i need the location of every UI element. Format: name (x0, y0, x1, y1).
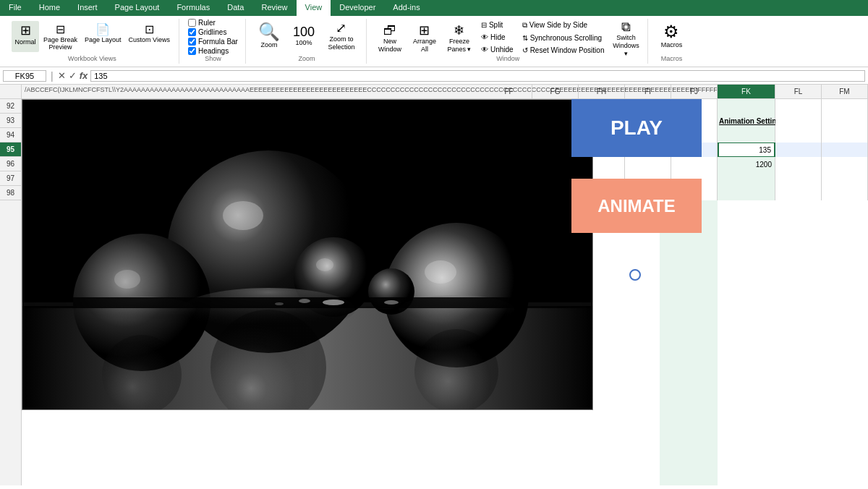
view-side-by-side-icon: ⧉ (522, 21, 527, 30)
cell-97-FK[interactable] (718, 171, 775, 186)
cell-94-FK[interactable] (718, 128, 775, 143)
gridlines-checkbox-input[interactable] (188, 28, 196, 36)
page-layout-view-btn[interactable]: 📄 Page Layout (82, 21, 124, 52)
zoom-to-selection-button[interactable]: ⤢ Zoom to Selection (323, 20, 360, 53)
formula-divider: | (51, 70, 54, 82)
row-num-98[interactable]: 98 (0, 186, 21, 200)
unhide-button[interactable]: 👁 Unhide (478, 44, 516, 55)
split-button[interactable]: ⊟ Split (478, 20, 516, 30)
normal-label: Normal (14, 38, 35, 46)
synchronous-scrolling-button[interactable]: ⇅ Synchronous Scrolling (519, 33, 608, 43)
zoom-100-icon: 100 (293, 25, 315, 38)
cell-93-FK[interactable]: Animation Settings (718, 114, 775, 128)
tab-addins[interactable]: Add-ins (384, 0, 428, 16)
col-header-FI[interactable]: FI (625, 85, 671, 98)
formula-input[interactable] (90, 70, 865, 82)
normal-view-btn[interactable]: ⊞ Normal (12, 21, 39, 52)
workbook-views-label: Workbook Views (68, 55, 116, 62)
formula-bar-checkbox[interactable]: Formula Bar (188, 38, 238, 46)
row-num-94[interactable]: 94 (0, 128, 21, 143)
insert-function-icon[interactable]: fx (80, 70, 88, 81)
view-side-by-side-button[interactable]: ⧉ View Side by Side (519, 20, 608, 31)
zoom-icon: 🔍 (258, 23, 280, 41)
cell-96-FK[interactable]: 1200 (718, 157, 775, 171)
tab-insert[interactable]: Insert (69, 0, 106, 16)
headings-checkbox[interactable]: Headings (188, 47, 238, 55)
tab-formulas[interactable]: Formulas (168, 0, 218, 16)
cell-96-FM[interactable] (822, 157, 868, 171)
show-group-label: Show (205, 55, 221, 62)
window-group-label: Window (496, 55, 519, 62)
cell-93-FL[interactable] (775, 114, 822, 128)
play-button[interactable]: PLAY (571, 99, 702, 157)
workbook-views-group: ⊞ Normal ⊟ Page Break Preview 📄 Page Lay… (6, 19, 179, 64)
col-header-FH[interactable]: FH (579, 85, 625, 98)
cell-reference-input[interactable] (3, 70, 46, 82)
cell-92-FK[interactable] (718, 99, 775, 114)
zoom-button[interactable]: 🔍 Zoom (253, 22, 285, 51)
row-num-92[interactable]: 92 (0, 99, 21, 114)
tab-developer[interactable]: Developer (331, 0, 384, 16)
row-num-95[interactable]: 95 (0, 143, 21, 157)
tab-home[interactable]: Home (30, 0, 69, 16)
col-header-FM[interactable]: FM (822, 85, 868, 98)
confirm-formula-icon[interactable]: ✓ (69, 70, 77, 81)
cell-98-FK[interactable] (718, 186, 775, 200)
cell-92-FM[interactable] (822, 99, 868, 114)
cell-94-FL[interactable] (775, 128, 822, 143)
cell-92-FL[interactable] (775, 99, 822, 114)
animate-button[interactable]: ANIMATE (571, 179, 702, 233)
hide-button[interactable]: 👁 Hide (478, 32, 516, 43)
cell-96-FJ[interactable] (671, 157, 718, 171)
macros-icon: ⚙ (663, 23, 679, 41)
page-break-view-btn[interactable]: ⊟ Page Break Preview (41, 21, 80, 52)
cell-93-FM[interactable] (822, 114, 868, 128)
tab-file[interactable]: File (0, 0, 30, 16)
zoom-selection-icon: ⤢ (336, 22, 346, 35)
row-num-96[interactable]: 96 (0, 157, 21, 171)
ruler-checkbox[interactable]: Ruler (188, 19, 238, 27)
freeze-panes-button[interactable]: ❄ FreezePanes ▾ (443, 22, 475, 55)
headings-checkbox-input[interactable] (188, 47, 196, 55)
cell-95-FK[interactable]: 135 (718, 143, 775, 157)
col-header-FF[interactable]: FF (486, 85, 532, 98)
tab-view[interactable]: View (297, 0, 331, 16)
col-header-FL[interactable]: FL (775, 85, 822, 98)
col-header-FK[interactable]: FK (718, 85, 775, 98)
cancel-formula-icon[interactable]: ✕ (58, 70, 66, 81)
cell-96-FL[interactable] (775, 157, 822, 171)
gridlines-checkbox[interactable]: Gridlines (188, 28, 238, 36)
custom-views-icon: ⊡ (145, 22, 154, 36)
cell-97-FM[interactable] (822, 171, 868, 186)
show-group: Ruler Gridlines Formula Bar Headings (181, 19, 246, 64)
reset-window-position-button[interactable]: ↺ Reset Window Position (519, 45, 608, 56)
cell-98-FL[interactable] (775, 186, 822, 200)
zoom-100-button[interactable]: 100 100% (288, 24, 320, 48)
cell-97-FL[interactable] (775, 171, 822, 186)
macros-group: ⚙ Macros Macros (650, 19, 693, 64)
switch-windows-button[interactable]: ⧉ SwitchWindows ▾ (610, 19, 642, 59)
svg-point-22 (275, 302, 284, 305)
col-header-FJ[interactable]: FJ (671, 85, 718, 98)
window-checkboxes: ⊟ Split 👁 Hide 👁 Unhide (478, 20, 516, 58)
arrange-all-button[interactable]: ⊞ ArrangeAll (409, 22, 441, 55)
total-frames-value: 1200 (756, 161, 772, 169)
row-num-93[interactable]: 93 (0, 114, 21, 128)
cell-94-FM[interactable] (822, 128, 868, 143)
svg-point-21 (299, 299, 310, 303)
cell-95-FL[interactable] (775, 143, 822, 157)
cell-96-FI[interactable] (625, 157, 671, 171)
macros-button[interactable]: ⚙ Macros (655, 22, 687, 51)
col-header-FG[interactable]: FG (532, 85, 579, 98)
cell-98-FM[interactable] (822, 186, 868, 200)
circle-indicator[interactable] (629, 269, 641, 281)
tab-data[interactable]: Data (218, 0, 252, 16)
formula-bar-checkbox-input[interactable] (188, 38, 196, 46)
ruler-checkbox-input[interactable] (188, 19, 196, 27)
tab-page-layout[interactable]: Page Layout (106, 0, 169, 16)
cell-95-FM[interactable] (822, 143, 868, 157)
tab-review[interactable]: Review (252, 0, 296, 16)
new-window-button[interactable]: 🗗 NewWindow (374, 22, 406, 55)
row-num-97[interactable]: 97 (0, 171, 21, 186)
custom-views-btn[interactable]: ⊡ Custom Views (126, 21, 173, 52)
